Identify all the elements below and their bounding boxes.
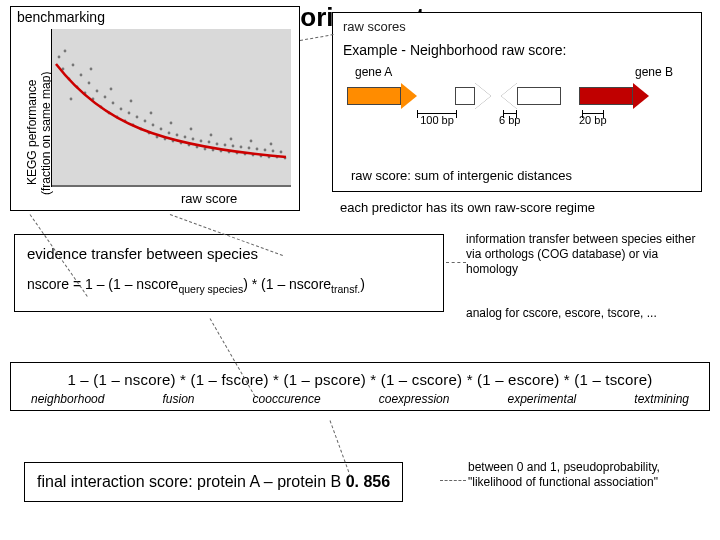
label-fusion: fusion <box>162 392 194 406</box>
gene-a-label: gene A <box>355 65 392 79</box>
svg-point-67 <box>230 138 233 141</box>
svg-point-15 <box>112 102 115 105</box>
combined-formula-labels: neighborhood fusion cooccurence coexpres… <box>21 388 699 406</box>
gene-a-arrow-icon <box>347 83 417 109</box>
connector-1 <box>300 34 334 41</box>
small-gene-2-icon <box>501 83 561 109</box>
svg-point-1 <box>58 56 61 59</box>
svg-point-37 <box>200 140 203 143</box>
svg-rect-0 <box>51 29 291 187</box>
svg-point-5 <box>72 64 75 67</box>
svg-point-65 <box>190 128 193 131</box>
svg-point-29 <box>168 132 171 135</box>
benchmarking-panel: benchmarking KEGG performance (fraction … <box>10 6 300 211</box>
analog-note: analog for cscore, escore, tscore, ... <box>466 306 702 320</box>
connector-7 <box>440 480 466 481</box>
svg-point-3 <box>64 50 67 53</box>
info-transfer-note: information transfer between species eit… <box>466 232 702 277</box>
label-experimental: experimental <box>508 392 577 406</box>
svg-point-25 <box>152 124 155 127</box>
small-gene-1-icon <box>455 83 491 109</box>
combined-formula-panel: 1 – (1 – nscore) * (1 – fscore) * (1 – p… <box>10 362 710 411</box>
svg-point-64 <box>170 122 173 125</box>
dist-100bp: 100 bp <box>420 114 454 126</box>
label-textmining: textmining <box>634 392 689 406</box>
evidence-transfer-title: evidence transfer between species <box>27 245 431 262</box>
raw-score-definition: raw score: sum of intergenic distances <box>351 168 572 183</box>
nscore-formula: nscore = 1 – (1 – nscorequery species) *… <box>27 276 431 295</box>
svg-point-49 <box>248 147 251 150</box>
svg-point-55 <box>272 150 275 153</box>
svg-point-53 <box>264 149 267 152</box>
gene-diagram <box>347 83 649 109</box>
raw-scores-panel: raw scores Example - Neighborhood raw sc… <box>332 12 702 192</box>
svg-point-9 <box>88 82 91 85</box>
svg-point-39 <box>208 141 211 144</box>
example-caption: Example - Neighborhood raw score: <box>343 42 691 58</box>
final-score-value: 0. 856 <box>346 473 390 490</box>
connector-4 <box>446 262 466 263</box>
svg-point-33 <box>184 136 187 139</box>
gene-b-arrow-icon <box>579 83 649 109</box>
svg-point-41 <box>216 143 219 146</box>
svg-point-59 <box>70 98 73 101</box>
svg-point-43 <box>224 144 227 147</box>
label-coexpression: coexpression <box>379 392 450 406</box>
svg-point-27 <box>160 128 163 131</box>
bracket-20bp: 20 bp <box>579 113 607 126</box>
svg-point-35 <box>192 138 195 141</box>
benchmark-chart <box>51 29 291 187</box>
x-axis-label: raw score <box>181 191 237 206</box>
svg-point-60 <box>90 68 93 71</box>
svg-point-11 <box>96 90 99 93</box>
combined-formula: 1 – (1 – nscore) * (1 – fscore) * (1 – p… <box>21 371 699 388</box>
svg-point-62 <box>130 100 133 103</box>
svg-point-66 <box>210 134 213 137</box>
svg-point-19 <box>128 112 131 115</box>
svg-point-69 <box>270 143 273 146</box>
svg-point-21 <box>136 116 139 119</box>
label-cooccurence: cooccurence <box>253 392 321 406</box>
svg-point-45 <box>232 145 235 148</box>
bracket-6bp: 6 bp <box>499 113 520 126</box>
gene-b-label: gene B <box>635 65 673 79</box>
regime-note: each predictor has its own raw-score reg… <box>340 200 595 215</box>
evidence-transfer-panel: evidence transfer between species nscore… <box>14 234 444 312</box>
svg-point-47 <box>240 146 243 149</box>
final-score-prefix: final interaction score: protein A – pro… <box>37 473 346 490</box>
svg-point-23 <box>144 120 147 123</box>
svg-point-31 <box>176 134 179 137</box>
bracket-100bp: 100 bp <box>417 113 457 126</box>
label-neighborhood: neighborhood <box>31 392 104 406</box>
svg-point-17 <box>120 108 123 111</box>
svg-point-51 <box>256 148 259 151</box>
svg-point-68 <box>250 140 253 143</box>
svg-point-13 <box>104 96 107 99</box>
raw-scores-label: raw scores <box>343 19 691 34</box>
svg-point-61 <box>110 88 113 91</box>
benchmarking-label: benchmarking <box>17 9 105 25</box>
ylabel-line1: KEGG performance <box>25 80 39 185</box>
svg-point-38 <box>204 148 207 151</box>
svg-point-63 <box>150 112 153 115</box>
svg-point-57 <box>280 151 283 154</box>
final-note: between 0 and 1, pseudoprobability, "lik… <box>468 460 708 490</box>
svg-point-7 <box>80 74 83 77</box>
